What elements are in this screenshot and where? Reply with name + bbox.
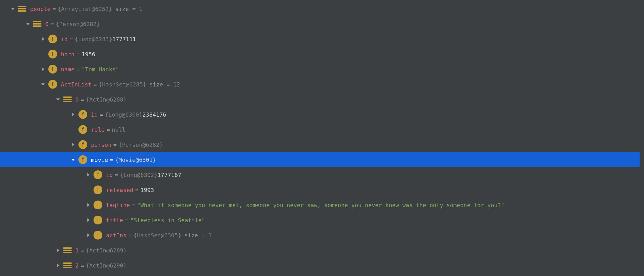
svg-rect-7 <box>63 99 72 100</box>
variable-value: 1777111 <box>112 36 136 42</box>
tree-row-people[interactable]: people={ArrayList@6252} size = 1 <box>0 1 644 16</box>
variable-name: id <box>61 36 68 42</box>
svg-rect-3 <box>33 21 41 22</box>
svg-rect-5 <box>33 25 41 27</box>
svg-rect-0 <box>18 6 26 7</box>
variable-name: ActInList <box>61 81 92 88</box>
variable-name: actIns <box>106 232 126 239</box>
svg-rect-11 <box>63 252 72 253</box>
svg-rect-10 <box>63 250 72 251</box>
variable-name: born <box>61 51 74 58</box>
tree-row-0[interactable]: 0={Person@6282} <box>0 16 644 31</box>
expand-arrow-down-icon[interactable] <box>55 96 62 103</box>
expand-arrow-down-icon[interactable] <box>9 5 16 12</box>
equals-sign: = <box>110 157 113 163</box>
equals-sign: = <box>81 96 84 103</box>
equals-sign: = <box>94 81 97 88</box>
tree-row-0[interactable]: 0={ActIn@6288} <box>0 92 644 107</box>
expand-arrow-right-icon[interactable] <box>55 262 62 269</box>
object-reference: {ArrayList@6252} <box>58 6 112 12</box>
expand-arrow-down-icon[interactable] <box>70 156 77 163</box>
field-icon: f <box>48 65 57 74</box>
expand-arrow-right-icon[interactable] <box>70 141 77 148</box>
variable-name: 0 <box>75 96 79 103</box>
svg-rect-13 <box>63 265 72 266</box>
null-value: null <box>112 126 125 133</box>
expand-arrow-right-icon[interactable] <box>55 247 62 254</box>
equals-sign: = <box>81 262 84 269</box>
tree-row-1[interactable]: 1={ActIn@6289} <box>0 243 644 258</box>
field-icon: f <box>94 231 102 240</box>
variable-value: 1777167 <box>158 172 181 178</box>
field-icon: f <box>94 170 102 179</box>
collection-size: size = 1 <box>185 232 212 239</box>
expand-arrow-right-icon[interactable] <box>85 171 92 178</box>
object-reference: {Long@6302} <box>120 172 158 178</box>
list-icon <box>63 262 72 269</box>
string-value: "Tom Hanks" <box>82 66 119 73</box>
variable-value: 1956 <box>82 51 95 58</box>
tree-row-role[interactable]: frole= null <box>0 122 644 137</box>
field-icon: f <box>94 216 102 224</box>
svg-rect-8 <box>63 101 72 102</box>
scrollbar-vertical[interactable] <box>640 0 644 276</box>
variable-name: id <box>106 172 113 178</box>
tree-row-id[interactable]: fid={Long@6283} 1777111 <box>0 31 644 47</box>
tree-row-actIns[interactable]: factIns={HashSet@6305} size = 1 <box>0 228 644 243</box>
expand-arrow-right-icon[interactable] <box>85 232 92 239</box>
tree-row-ActInList[interactable]: fActInList={HashSet@6285} size = 12 <box>0 77 644 92</box>
tree-row-name[interactable]: fname= "Tom Hanks" <box>0 62 644 77</box>
tree-row-2[interactable]: 2={ActIn@6290} <box>0 258 644 273</box>
object-reference: {ActIn@6290} <box>86 262 127 269</box>
equals-sign: = <box>115 172 118 178</box>
variable-name: name <box>61 66 74 73</box>
variable-name: tagline <box>106 202 130 208</box>
equals-sign: = <box>51 21 54 27</box>
svg-rect-9 <box>63 247 72 249</box>
tree-row-id[interactable]: fid={Long@6302} 1777167 <box>0 167 644 182</box>
variable-name: people <box>30 6 51 12</box>
tree-row-born[interactable]: fborn= 1956 <box>0 47 644 62</box>
expand-arrow-right-icon[interactable] <box>40 36 46 42</box>
collection-size: size = 12 <box>149 81 180 88</box>
expand-arrow-right-icon[interactable] <box>70 111 77 118</box>
field-icon: f <box>78 110 87 119</box>
tree-row-movie[interactable]: fmovie={Movie@6301} <box>0 152 644 167</box>
variable-name: 0 <box>45 21 49 27</box>
list-icon <box>18 5 26 12</box>
equals-sign: = <box>81 247 84 254</box>
variable-name: role <box>91 126 105 133</box>
variables-tree[interactable]: people={ArrayList@6252} size = 10={Perso… <box>0 0 644 273</box>
field-icon: f <box>94 201 102 209</box>
string-value: "What if someone you never met, someone … <box>137 202 504 208</box>
svg-rect-2 <box>18 10 26 12</box>
object-reference: {Movie@6301} <box>115 157 156 163</box>
expand-arrow-down-icon[interactable] <box>24 20 31 27</box>
field-icon: f <box>48 35 57 43</box>
object-reference: {ActIn@6288} <box>86 96 127 103</box>
svg-rect-1 <box>18 8 26 9</box>
expand-arrow-right-icon[interactable] <box>40 66 46 73</box>
equals-sign: = <box>125 217 128 224</box>
expand-arrow-right-icon[interactable] <box>85 201 92 208</box>
tree-row-released[interactable]: freleased= 1993 <box>0 182 644 197</box>
string-value: "Sleepless in Seattle" <box>130 217 205 224</box>
equals-sign: = <box>52 6 56 12</box>
tree-row-tagline[interactable]: ftagline= "What if someone you never met… <box>0 197 644 213</box>
collection-size: size = 1 <box>115 6 142 12</box>
field-icon: f <box>78 125 87 134</box>
object-reference: {Person@6282} <box>119 141 163 148</box>
variable-name: 2 <box>75 262 79 269</box>
expand-arrow-down-icon[interactable] <box>40 81 46 88</box>
object-reference: {HashSet@6305} <box>134 232 181 239</box>
svg-rect-12 <box>63 262 72 264</box>
tree-row-title[interactable]: ftitle= "Sleepless in Seattle" <box>0 213 644 228</box>
object-reference: {ActIn@6289} <box>86 247 127 254</box>
list-icon <box>33 20 41 27</box>
variable-value: 1993 <box>141 187 154 193</box>
field-icon: f <box>48 50 57 58</box>
equals-sign: = <box>76 51 80 58</box>
expand-arrow-right-icon[interactable] <box>85 217 92 224</box>
tree-row-person[interactable]: fperson={Person@6282} <box>0 137 644 152</box>
tree-row-id[interactable]: fid={Long@6300} 2384176 <box>0 107 644 122</box>
